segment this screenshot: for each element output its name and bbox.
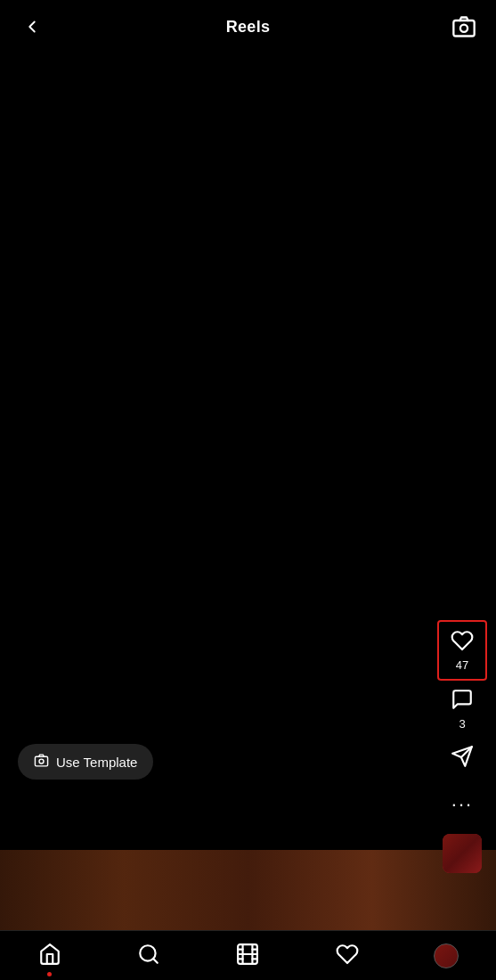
nav-search[interactable]	[126, 934, 171, 978]
nav-reels[interactable]	[225, 934, 270, 978]
comment-count: 3	[459, 717, 465, 731]
camera-icon	[451, 14, 476, 39]
share-button[interactable]	[439, 738, 485, 779]
comment-button[interactable]: 3	[439, 681, 485, 738]
back-button[interactable]	[16, 11, 48, 43]
use-template-button[interactable]: Use Template	[18, 744, 153, 780]
nav-activity[interactable]	[325, 934, 370, 978]
use-template-label: Use Template	[56, 755, 137, 770]
svg-rect-0	[453, 20, 474, 37]
reels-icon	[236, 943, 259, 969]
comment-icon	[451, 688, 474, 715]
video-thumbnail	[0, 850, 496, 930]
page-title: Reels	[226, 18, 271, 37]
activity-heart-icon	[336, 943, 359, 969]
nav-profile[interactable]	[424, 934, 468, 978]
heart-icon	[451, 629, 474, 656]
header: Reels	[0, 0, 496, 53]
like-count: 47	[456, 658, 468, 672]
more-dots-icon: ···	[451, 786, 473, 823]
audio-thumbnail	[443, 834, 482, 873]
use-template-camera-icon	[34, 753, 49, 771]
svg-point-1	[460, 25, 468, 32]
share-icon	[451, 745, 474, 772]
right-actions: 47 3 ···	[437, 620, 487, 873]
bottom-nav	[0, 930, 496, 980]
more-options-button[interactable]: ···	[439, 779, 485, 830]
profile-avatar	[434, 943, 459, 968]
svg-rect-4	[35, 756, 47, 766]
home-active-dot	[47, 972, 52, 976]
nav-home[interactable]	[28, 934, 72, 978]
search-icon	[137, 943, 160, 969]
video-area	[0, 0, 496, 930]
home-icon	[38, 943, 61, 969]
svg-line-7	[153, 959, 158, 963]
camera-button[interactable]	[448, 11, 480, 43]
like-button[interactable]: 47	[437, 620, 487, 681]
svg-point-5	[39, 759, 44, 764]
audio-profile-icon[interactable]	[443, 834, 482, 873]
